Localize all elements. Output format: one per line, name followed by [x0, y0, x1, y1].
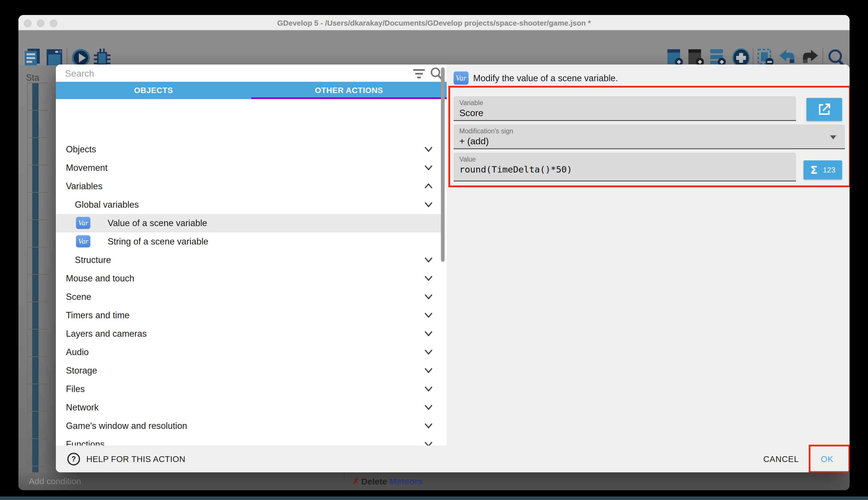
help-button[interactable]: ? HELP FOR THIS ACTION [67, 453, 185, 466]
help-label: HELP FOR THIS ACTION [86, 454, 185, 464]
list-item-functions[interactable]: Functions [56, 435, 441, 445]
search-input[interactable] [64, 66, 405, 81]
chevron-down-icon [424, 329, 433, 338]
value-field-label: Value [459, 156, 476, 163]
instruction-groups-list: Objects Movement Variables Global variab… [56, 99, 447, 445]
instruction-editor-dialog: OBJECTS OTHER ACTIONS Objects Movement V… [56, 65, 849, 472]
list-item-value-of-scene-variable[interactable]: Var Value of a scene variable [56, 214, 441, 232]
chevron-down-icon [424, 385, 433, 394]
variable-field-value: Score [459, 108, 483, 118]
parameters-panel: Var Modify the value of a scene variable… [447, 65, 849, 445]
app-window: GDevelop 5 - /Users/dkarakay/Documents/G… [19, 15, 849, 490]
title-bar: GDevelop 5 - /Users/dkarakay/Documents/G… [19, 15, 849, 30]
list-item-timers-and-time[interactable]: Timers and time [56, 306, 441, 325]
events-grid-edge [27, 83, 28, 474]
variable-field-label: Variable [459, 99, 483, 107]
modification-sign-select[interactable]: Modification's sign + (add) [454, 124, 845, 149]
modification-sign-label: Modification's sign [459, 127, 513, 135]
chevron-up-icon [424, 182, 433, 191]
help-icon: ? [67, 453, 80, 465]
delete-x-icon: ✗ [352, 477, 360, 486]
dialog-footer: ? HELP FOR THIS ACTION CANCEL OK [56, 445, 849, 472]
screen-bottom-edge [0, 497, 868, 500]
list-item-variables[interactable]: Variables [56, 177, 441, 195]
var-icon: Var [76, 235, 90, 247]
list-item-storage[interactable]: Storage [56, 362, 441, 380]
add-condition-link: Add condition [29, 476, 81, 486]
chevron-down-icon [424, 163, 433, 172]
filter-icon[interactable] [413, 69, 425, 79]
list-item-network[interactable]: Network [56, 398, 441, 417]
list-item-mouse-and-touch[interactable]: Mouse and touch [56, 269, 441, 288]
list-item-layers-and-cameras[interactable]: Layers and cameras [56, 325, 441, 343]
chevron-down-icon [424, 311, 433, 320]
list-scrollbar-thumb[interactable] [441, 67, 445, 262]
search-bar [56, 65, 447, 82]
list-item-files[interactable]: Files [56, 380, 441, 398]
tab-objects[interactable]: OBJECTS [56, 82, 251, 99]
list-item-movement[interactable]: Movement [56, 159, 441, 177]
chevron-down-icon [424, 421, 433, 431]
list-item-scene[interactable]: Scene [56, 288, 441, 306]
chevron-down-icon [424, 255, 433, 265]
chevron-down-icon [424, 292, 433, 302]
list-item-audio[interactable]: Audio [56, 343, 441, 362]
screen: GDevelop 5 - /Users/dkarakay/Documents/G… [0, 0, 868, 500]
open-in-new-icon [817, 103, 831, 116]
chevron-down-icon [424, 440, 433, 445]
dropdown-caret-icon [830, 135, 836, 139]
scene-tab-partial: Sta [26, 72, 39, 83]
numeric-badge: 123 [823, 166, 835, 174]
open-variable-editor-button[interactable] [806, 98, 842, 121]
variable-field[interactable]: Variable Score [454, 96, 796, 121]
main-toolbar [19, 30, 849, 65]
cancel-button[interactable]: CANCEL [755, 451, 807, 467]
chevron-down-icon [424, 200, 433, 209]
list-item-structure[interactable]: Structure [56, 251, 441, 269]
chevron-down-icon [424, 274, 433, 283]
list-item-objects[interactable]: Objects [56, 140, 441, 159]
tab-other-actions[interactable]: OTHER ACTIONS [251, 82, 447, 99]
ok-button[interactable]: OK [813, 451, 842, 467]
var-icon: Var [454, 71, 469, 85]
instruction-list-panel: OBJECTS OTHER ACTIONS Objects Movement V… [56, 65, 447, 472]
value-field-expression: round(TimeDelta()*50) [459, 164, 572, 174]
modification-sign-value: + (add) [459, 136, 489, 147]
sigma-icon: Σ [810, 163, 818, 176]
delete-action-row: ✗Delete Meteors [352, 476, 423, 487]
expression-builder-button[interactable]: Σ 123 [804, 160, 842, 180]
list-item-games-window[interactable]: Game's window and resolution [56, 417, 441, 435]
list-item-string-of-scene-variable[interactable]: Var String of a scene variable [56, 232, 441, 251]
list-item-global-variables[interactable]: Global variables [56, 195, 441, 214]
action-title: Modify the value of a scene variable. [473, 73, 618, 83]
chevron-down-icon [424, 348, 433, 357]
var-icon: Var [76, 217, 90, 229]
chevron-down-icon [424, 366, 433, 375]
chevron-down-icon [424, 145, 433, 154]
chevron-down-icon [424, 403, 433, 412]
events-condition-column [32, 83, 38, 474]
value-field[interactable]: Value round(TimeDelta()*50) [454, 153, 796, 181]
window-title: GDevelop 5 - /Users/dkarakay/Documents/G… [19, 19, 849, 28]
